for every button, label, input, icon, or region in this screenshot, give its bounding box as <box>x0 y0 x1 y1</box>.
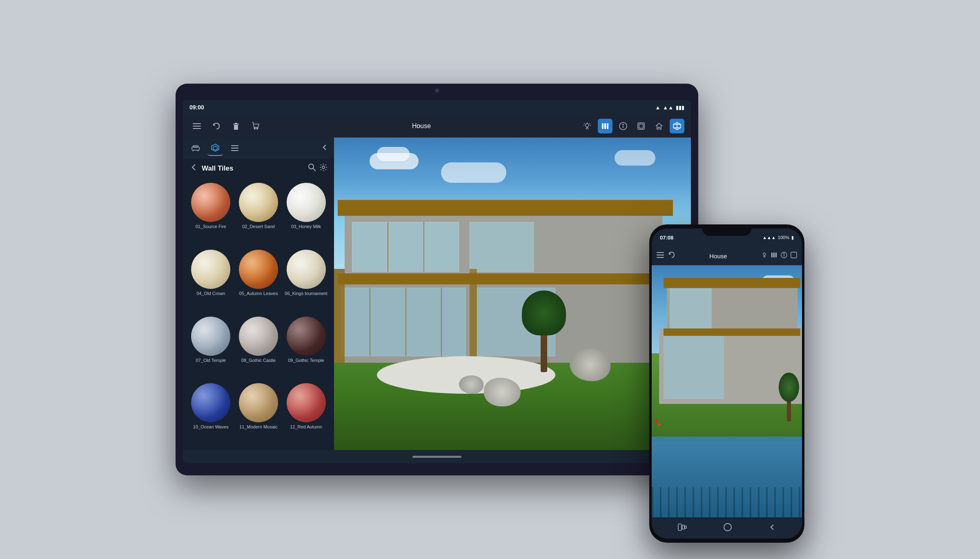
phone-menu-button[interactable] <box>657 251 664 260</box>
phone-glass-2 <box>670 288 712 328</box>
frame-button[interactable] <box>634 119 648 133</box>
sidebar-panel: Wall Tiles 01_Source Fire <box>183 138 334 450</box>
library-button[interactable] <box>598 119 612 133</box>
material-ball-modern-mosaic <box>239 383 278 422</box>
sidebar-tab-row <box>183 138 334 159</box>
phone-nav-bar <box>652 517 802 539</box>
phone-signal-icon: ▲▲▲ <box>762 235 776 240</box>
phone-status-icons: ▲▲▲ 100% ▮ <box>762 235 794 240</box>
material-item-08[interactable]: 08_Gothic Castle <box>236 315 282 380</box>
phone-library-button[interactable] <box>771 252 777 260</box>
undo-button[interactable] <box>209 119 224 133</box>
phone-nav-recent-button[interactable] <box>675 520 690 536</box>
tablet-status-bar: 09:00 ▲ ▲▲ ▮▮▮ <box>183 100 691 115</box>
material-item-11[interactable]: 11_Modern Mosaic <box>236 382 282 447</box>
window-frame-upper-v2 <box>423 222 424 272</box>
material-ball-desert-sand <box>239 183 278 222</box>
search-button[interactable] <box>308 163 316 173</box>
glass-window-upper-left <box>352 222 459 272</box>
pillar-left <box>334 269 345 363</box>
phone-battery-icon: ▮ <box>791 235 794 240</box>
info-button[interactable] <box>616 119 630 133</box>
material-item-04[interactable]: 04_Old Crown <box>188 248 234 313</box>
svg-rect-31 <box>231 148 238 149</box>
phone-tree-right <box>779 373 799 421</box>
material-ball-autumn-leaves <box>239 250 278 289</box>
settings-button[interactable] <box>319 163 327 173</box>
light-button[interactable] <box>580 119 595 133</box>
phone-battery-label: 100% <box>778 235 789 240</box>
material-ball-gothic-castle <box>239 317 278 356</box>
svg-rect-25 <box>193 146 198 147</box>
svg-rect-36 <box>657 252 664 253</box>
material-label-08: 08_Gothic Castle <box>241 357 276 363</box>
glass-window-upper-mid <box>470 222 534 272</box>
material-item-10[interactable]: 10_Ocean Waves <box>188 382 234 447</box>
svg-rect-48 <box>682 525 684 529</box>
trash-button[interactable] <box>229 119 243 133</box>
window-frame-v1 <box>370 288 370 357</box>
material-ball-ocean-waves <box>191 383 230 422</box>
material-label-05: 05_Autumn Leaves <box>239 291 278 296</box>
svg-rect-20 <box>639 124 643 128</box>
menu-button[interactable] <box>189 119 204 133</box>
material-label-04: 04_Old Crown <box>196 291 225 296</box>
tablet-main-content: Wall Tiles 01_Source Fire <box>183 138 691 450</box>
phone-device: 07:08 ▲▲▲ 100% ▮ House <box>649 224 804 543</box>
svg-rect-32 <box>231 150 238 151</box>
svg-point-35 <box>322 166 325 169</box>
material-item-01[interactable]: 01_Source Fire <box>188 181 234 246</box>
material-ball-honey-milk <box>287 183 326 222</box>
svg-marker-29 <box>213 146 217 150</box>
material-item-12[interactable]: 12_Red Autumn <box>283 382 329 447</box>
phone-render-viewport[interactable] <box>652 265 802 517</box>
material-item-03[interactable]: 03_Honey Milk <box>283 181 329 246</box>
tablet-camera <box>435 89 439 93</box>
rock-1 <box>459 375 483 394</box>
material-item-06[interactable]: 06_Kings tournament <box>283 248 329 313</box>
pillar-mid <box>470 269 477 363</box>
svg-rect-30 <box>231 145 238 146</box>
cloud-3 <box>441 162 506 183</box>
phone-glass-1 <box>664 336 724 399</box>
sidebar-tab-list[interactable] <box>227 140 243 156</box>
phone-light-button[interactable] <box>761 252 768 260</box>
phone-nav-back-button[interactable] <box>765 520 779 536</box>
phone-toolbar-right <box>761 252 797 260</box>
svg-line-9 <box>584 123 585 124</box>
home-button[interactable] <box>652 119 666 133</box>
material-item-09[interactable]: 09_Gothic Temple <box>283 315 329 380</box>
cart-button[interactable] <box>248 119 263 133</box>
sidebar-header: Wall Tiles <box>183 159 334 178</box>
toolbar-title: House <box>412 122 431 129</box>
svg-point-45 <box>784 253 784 254</box>
tablet-screen: 09:00 ▲ ▲▲ ▮▮▮ <box>183 100 691 463</box>
material-item-07[interactable]: 07_Old Temple <box>188 315 234 380</box>
material-item-02[interactable]: 02_Desert Sand <box>236 181 282 246</box>
sidebar-tab-furniture[interactable] <box>188 140 203 156</box>
sidebar-back-button[interactable] <box>189 163 198 174</box>
sidebar-tab-material[interactable] <box>207 140 223 156</box>
svg-rect-46 <box>791 252 797 258</box>
home-indicator <box>412 456 461 458</box>
material-item-05[interactable]: 05_Autumn Leaves <box>236 248 282 313</box>
material-label-03: 03_Honey Milk <box>291 224 321 229</box>
cube-button[interactable] <box>670 119 684 133</box>
render-viewport[interactable] <box>334 138 691 450</box>
house-mid-overhang <box>338 273 670 284</box>
svg-rect-0 <box>193 123 201 124</box>
phone-flowers <box>655 419 663 429</box>
svg-point-39 <box>763 253 766 255</box>
phone-frame-button[interactable] <box>791 252 797 260</box>
sidebar-collapse-button[interactable] <box>321 143 329 153</box>
phone-mid-roof <box>664 328 800 336</box>
material-ball-old-temple <box>191 317 230 356</box>
material-grid: 01_Source Fire 02_Desert Sand 03_Honey M… <box>183 178 334 450</box>
svg-line-10 <box>590 123 590 124</box>
phone-info-button[interactable] <box>781 252 787 260</box>
svg-rect-2 <box>193 128 201 129</box>
material-label-01: 01_Source Fire <box>196 224 226 229</box>
phone-nav-home-button[interactable] <box>720 519 735 537</box>
tablet-device: 09:00 ▲ ▲▲ ▮▮▮ <box>176 84 698 475</box>
phone-undo-button[interactable] <box>668 251 675 260</box>
